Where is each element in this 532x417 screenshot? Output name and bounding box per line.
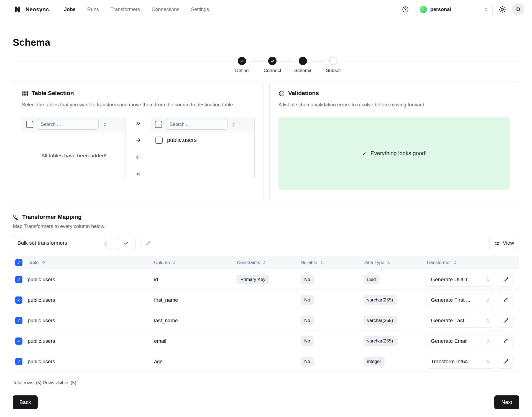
card-description: A list of schema validation errors to re… xyxy=(278,101,508,109)
col-header-column: Column xyxy=(154,260,170,265)
move-all-right-icon[interactable] xyxy=(135,120,141,127)
transfer-controls xyxy=(126,117,151,177)
row-checkbox[interactable]: ✓ xyxy=(15,276,22,283)
nav-item-jobs[interactable]: Jobs xyxy=(64,7,76,12)
select-all-destination-checkbox[interactable] xyxy=(155,121,162,128)
table-grid-icon xyxy=(22,90,28,97)
chevron-up-down-icon xyxy=(103,240,108,246)
bulk-set-transformers-select[interactable]: Bulk set transformers xyxy=(13,236,112,250)
row-checkbox[interactable]: ✓ xyxy=(15,337,22,345)
col-header-constraints: Constraints xyxy=(237,260,260,265)
list-item: public.users xyxy=(151,132,254,148)
pencil-icon xyxy=(503,338,508,344)
edit-bulk-button[interactable] xyxy=(140,236,156,250)
table-checkbox[interactable] xyxy=(155,137,163,144)
transformer-select[interactable]: Generate First ... xyxy=(426,293,494,307)
validation-success-banner: ✓ Everything looks good! xyxy=(278,117,510,190)
section-title-text: Transformer Mapping xyxy=(22,214,82,220)
select-all-rows-checkbox[interactable]: ✓ xyxy=(15,259,22,266)
edit-transformer-button[interactable] xyxy=(498,314,513,328)
sort-toggle-icon[interactable] xyxy=(262,261,266,265)
sort-toggle-icon[interactable] xyxy=(453,261,457,265)
transformer-select[interactable]: Generate Email xyxy=(426,334,494,348)
transformer-select[interactable]: Transform Int64 xyxy=(426,355,494,369)
select-value: Generate UUID xyxy=(431,277,467,283)
destination-table-list: public.users xyxy=(151,117,255,179)
row-checkbox[interactable]: ✓ xyxy=(15,358,22,365)
step-connector xyxy=(312,61,324,62)
account-switcher[interactable]: personal xyxy=(416,3,493,16)
step-connector xyxy=(251,61,263,62)
table-row: ✓ public.users age No integer Transform … xyxy=(13,351,519,372)
sort-toggle-icon[interactable] xyxy=(387,261,391,265)
step-subset[interactable]: Subset xyxy=(324,57,343,73)
chevron-up-down-icon xyxy=(486,277,490,283)
view-options-button[interactable]: View xyxy=(489,236,519,250)
row-checkbox[interactable]: ✓ xyxy=(15,317,22,324)
sort-ascending-icon[interactable] xyxy=(41,260,45,265)
source-search-input[interactable] xyxy=(37,119,99,130)
select-all-source-checkbox[interactable] xyxy=(26,121,33,128)
chevron-up-down-icon xyxy=(486,318,490,324)
nav-item-transformers[interactable]: Transformers xyxy=(111,7,140,12)
section-description: Map Transformers to every column below. xyxy=(13,224,519,229)
edit-transformer-button[interactable] xyxy=(498,355,513,369)
help-icon[interactable] xyxy=(401,5,410,14)
destination-sort-icon[interactable] xyxy=(231,122,236,127)
nav-item-runs[interactable]: Runs xyxy=(87,7,99,12)
source-empty-message: All tables have been added! xyxy=(22,132,126,179)
step-connect[interactable]: Connect xyxy=(263,57,282,73)
col-header-nullable: Nullable xyxy=(301,260,317,265)
chevron-up-down-icon xyxy=(486,338,490,344)
cell-column-name: first_name xyxy=(154,297,237,303)
pencil-icon xyxy=(503,277,508,282)
row-checkbox[interactable]: ✓ xyxy=(15,296,22,304)
sort-toggle-icon[interactable] xyxy=(320,261,324,265)
account-avatar xyxy=(420,6,427,13)
source-sort-icon[interactable] xyxy=(103,122,107,127)
upcoming-step-circle xyxy=(329,57,337,65)
check-icon xyxy=(124,241,129,246)
destination-search-input[interactable] xyxy=(166,119,227,130)
account-label: personal xyxy=(430,7,451,12)
next-button[interactable]: Next xyxy=(494,395,519,409)
main-nav: Jobs Runs Transformers Connections Setti… xyxy=(64,7,209,12)
table-row: ✓ public.users first_name No varchar(255… xyxy=(13,290,519,310)
step-define[interactable]: Define xyxy=(232,57,252,73)
move-left-icon[interactable] xyxy=(135,154,141,160)
transformer-select[interactable]: Generate Last ... xyxy=(426,314,494,328)
step-connector xyxy=(282,61,294,62)
user-avatar[interactable]: D xyxy=(512,3,524,16)
col-header-transformer: Transformer xyxy=(426,260,451,265)
back-button[interactable]: Back xyxy=(13,395,38,409)
edit-transformer-button[interactable] xyxy=(498,293,513,307)
nav-item-connections[interactable]: Connections xyxy=(152,7,179,12)
validations-card: Validations A list of schema validation … xyxy=(269,81,519,201)
sort-toggle-icon[interactable] xyxy=(172,261,176,265)
step-schema[interactable]: Schema xyxy=(293,57,313,73)
select-value: Generate Last ... xyxy=(431,318,470,324)
card-title-text: Table Selection xyxy=(32,90,74,96)
success-message: Everything looks good! xyxy=(370,150,426,157)
edit-transformer-button[interactable] xyxy=(498,334,513,348)
theme-toggle-sun-icon[interactable] xyxy=(499,6,506,13)
nav-item-settings[interactable]: Settings xyxy=(191,7,209,12)
check-icon: ✓ xyxy=(362,150,367,157)
top-nav: Neosync Jobs Runs Transformers Connectio… xyxy=(0,0,532,19)
nullable-badge: No xyxy=(301,275,314,284)
cell-column-name: age xyxy=(154,359,237,365)
cell-column-name: email xyxy=(154,338,237,344)
sliders-icon xyxy=(495,240,500,246)
row-count-status: Total rows: (5) Rows visible: (5) xyxy=(13,380,519,385)
step-label: Connect xyxy=(264,68,281,73)
move-right-icon[interactable] xyxy=(135,137,141,144)
select-value: Generate Email xyxy=(431,338,467,344)
transformer-select[interactable]: Generate UUID xyxy=(426,273,494,286)
nullable-badge: No xyxy=(301,295,314,305)
apply-bulk-button[interactable] xyxy=(117,236,135,250)
move-all-left-icon[interactable] xyxy=(135,171,141,177)
step-label: Schema xyxy=(294,68,311,73)
edit-transformer-button[interactable] xyxy=(498,273,513,286)
datatype-badge: varchar(255) xyxy=(364,336,397,346)
check-circle-icon xyxy=(268,57,277,65)
